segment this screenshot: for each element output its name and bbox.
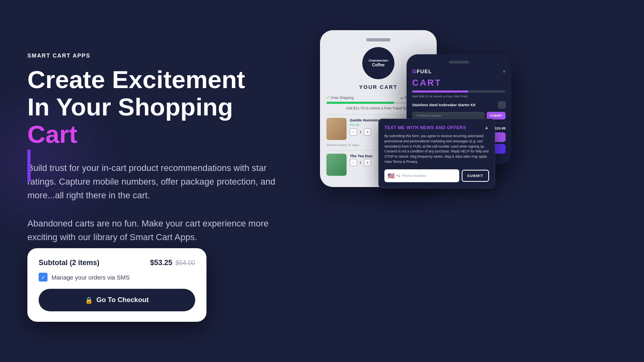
sms-input-row: 🇺🇸 +1 Phone Number SUBMIT (384, 169, 489, 182)
checkout-btn-label: Go To Checkout (96, 296, 149, 304)
qty-minus-1[interactable]: − (350, 128, 357, 136)
progress-fill (326, 102, 394, 104)
checkout-card: Subtotal (2 items) $53.25 $54.00 ✓ Manag… (27, 248, 206, 322)
description2: Abandoned carts are no fun. Make your ca… (27, 217, 277, 244)
sms-popup: TEXT ME WITH NEWS AND OFFERS ▲ By submit… (378, 119, 495, 188)
gfuel-logo: GFUEL (412, 68, 432, 74)
price-current: $53.25 (150, 259, 172, 267)
sms-label: Manage your orders via SMS (52, 274, 130, 281)
product-img-2 (326, 154, 347, 176)
gfuel-product-name: Stainless Steel Icebreaker Starter Kit (412, 103, 475, 107)
price-original: $54.00 (175, 259, 195, 267)
sms-submit-btn[interactable]: SUBMIT (462, 170, 489, 182)
qty-minus-2[interactable]: − (350, 159, 357, 166)
checkout-button[interactable]: 🔒 Go To Checkout (39, 289, 195, 311)
phone-notch-ch (366, 38, 390, 41)
phone-placeholder: Phone Number (402, 174, 426, 178)
checkbox-check: ✓ (41, 274, 45, 280)
main-title: Create Excitement In Your Shopping Cart (27, 66, 277, 148)
gfuel-product-icon (498, 101, 506, 109)
left-panel: SMART CART APPS Create Excitement In You… (27, 52, 277, 278)
lock-icon: 🔒 (85, 296, 93, 304)
gfuel-notch (449, 61, 469, 64)
title-line2: In Your Shopping Cart (27, 93, 233, 148)
gfuel-progress (412, 90, 506, 93)
chamberlain-logo-text: Chamberlain Coffee (369, 59, 388, 68)
sms-checkbox-row: ✓ Manage your orders via SMS (39, 273, 195, 282)
sms-checkbox[interactable]: ✓ (39, 273, 47, 282)
gfuel-cart-title: CART (412, 78, 506, 88)
sms-header: TEXT ME WITH NEWS AND OFFERS ▲ (384, 125, 489, 130)
shipping-label: ✓ Free Shipping (326, 95, 354, 100)
title-line1: Create Excitement (27, 66, 245, 93)
qty-plus-2[interactable]: + (364, 159, 371, 166)
price-row: $53.25 $54.00 (150, 259, 195, 267)
subtotal-label: Subtotal (2 items) (39, 259, 99, 267)
right-panel: Chamberlain Coffee YOUR CART × ✓ Free Sh… (282, 0, 644, 362)
qty-plus-1[interactable]: + (364, 128, 371, 136)
brand-tag: SMART CART APPS (27, 52, 277, 59)
sms-title: TEXT ME WITH NEWS AND OFFERS (384, 125, 466, 130)
sms-body: By submitting this form, you agree to re… (384, 134, 489, 165)
qty-num-1: 1 (359, 130, 361, 134)
flag-emoji: 🇺🇸 (388, 173, 394, 179)
sms-close-btn[interactable]: ▲ (484, 125, 489, 130)
chamberlain-logo: Chamberlain Coffee (362, 47, 394, 79)
phone-input-area[interactable]: 🇺🇸 +1 Phone Number (384, 169, 459, 182)
description1: Build trust for your in-cart product rec… (27, 161, 277, 202)
gfuel-header: GFUEL × (412, 68, 506, 74)
qty-num-2: 1 (359, 160, 361, 165)
subtotal-row: Subtotal (2 items) $53.25 $54.00 (39, 259, 195, 267)
gfuel-product: Stainless Steel Icebreaker Starter Kit (412, 101, 506, 109)
accent-bar (27, 150, 31, 182)
product-img-1 (326, 118, 347, 140)
plus-one: +1 (396, 174, 400, 178)
gfuel-total-value: $26.99 (494, 126, 506, 130)
gfuel-close[interactable]: × (503, 69, 506, 74)
gfuel-unlock: Add $48.01 to unlock a Free Star Fruit! (412, 95, 506, 98)
